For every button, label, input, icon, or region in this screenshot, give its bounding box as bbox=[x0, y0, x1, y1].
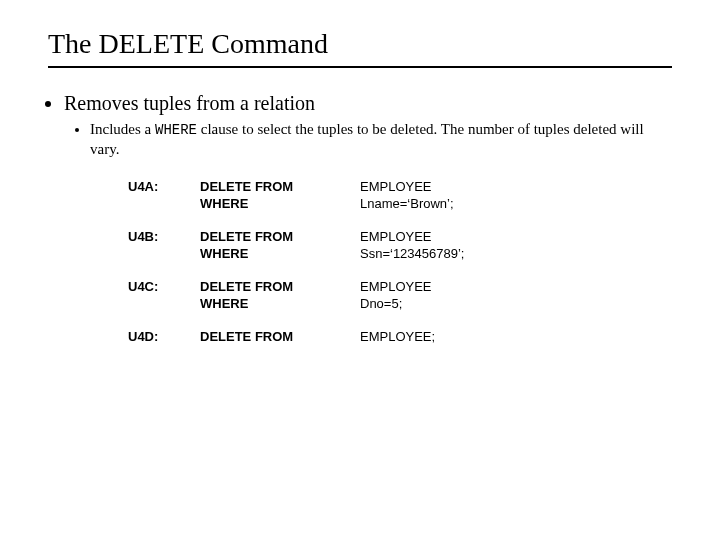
sql-example: U4A:DELETE FROMEMPLOYEEWHERELname=‘Brown… bbox=[128, 179, 672, 211]
sql-argument: Ssn=‘123456789’; bbox=[360, 246, 672, 261]
sql-argument: Lname=‘Brown’; bbox=[360, 196, 672, 211]
slide-title: The DELETE Command bbox=[48, 28, 672, 60]
example-label bbox=[128, 246, 200, 261]
sql-example: U4C:DELETE FROMEMPLOYEEWHEREDno=5; bbox=[128, 279, 672, 311]
example-label bbox=[128, 296, 200, 311]
sql-keyword: DELETE FROM bbox=[200, 179, 360, 194]
sql-example: U4D:DELETE FROMEMPLOYEE; bbox=[128, 329, 672, 344]
bullet-text: Removes tuples from a relation bbox=[64, 92, 315, 114]
example-label: U4D: bbox=[128, 329, 200, 344]
sql-argument: EMPLOYEE bbox=[360, 229, 672, 244]
sql-keyword: WHERE bbox=[200, 196, 360, 211]
sql-keyword: DELETE FROM bbox=[200, 329, 360, 344]
sub-bullet-list: Includes a WHERE clause to select the tu… bbox=[64, 120, 672, 159]
sql-example: U4B:DELETE FROMEMPLOYEEWHERESsn=‘1234567… bbox=[128, 229, 672, 261]
sql-examples: U4A:DELETE FROMEMPLOYEEWHERELname=‘Brown… bbox=[128, 179, 672, 344]
sql-keyword: WHERE bbox=[200, 246, 360, 261]
example-label: U4B: bbox=[128, 229, 200, 244]
example-label bbox=[128, 196, 200, 211]
bullet-list: Removes tuples from a relation Includes … bbox=[48, 90, 672, 159]
slide: The DELETE Command Removes tuples from a… bbox=[0, 0, 720, 540]
example-label: U4C: bbox=[128, 279, 200, 294]
sub-bullet-item: Includes a WHERE clause to select the tu… bbox=[90, 120, 672, 159]
title-underline bbox=[48, 66, 672, 68]
sql-keyword: WHERE bbox=[200, 296, 360, 311]
sql-argument: EMPLOYEE; bbox=[360, 329, 672, 344]
sql-keyword: DELETE FROM bbox=[200, 279, 360, 294]
sql-argument: EMPLOYEE bbox=[360, 179, 672, 194]
bullet-item: Removes tuples from a relation Includes … bbox=[64, 90, 672, 159]
example-label: U4A: bbox=[128, 179, 200, 194]
sql-argument: EMPLOYEE bbox=[360, 279, 672, 294]
where-keyword: WHERE bbox=[155, 122, 197, 138]
sql-keyword: DELETE FROM bbox=[200, 229, 360, 244]
sql-argument: Dno=5; bbox=[360, 296, 672, 311]
sub-text-pre: Includes a bbox=[90, 121, 155, 137]
